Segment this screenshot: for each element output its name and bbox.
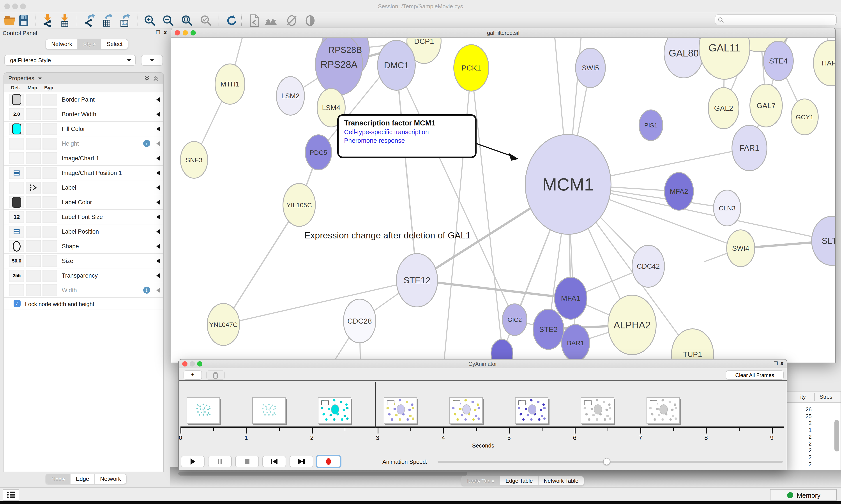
table-horizontal-scrollbar[interactable] bbox=[178, 472, 467, 475]
mapping-cell[interactable] bbox=[26, 240, 41, 252]
expand-row-icon[interactable] bbox=[156, 244, 160, 249]
refresh-layout-icon[interactable] bbox=[225, 15, 237, 27]
table-cell-value[interactable]: 2 bbox=[789, 461, 812, 467]
info-icon[interactable]: i bbox=[143, 140, 150, 147]
network-canvas[interactable]: RPS28BDCP1RPS28ADMC1PCK1SWI5MTH1LSM2LSM4… bbox=[171, 38, 835, 363]
bypass-cell[interactable] bbox=[42, 270, 57, 282]
info-icon[interactable]: i bbox=[143, 287, 150, 293]
table-cell-value[interactable]: 2 bbox=[789, 440, 812, 447]
tab-network-table[interactable]: Network Table bbox=[539, 476, 584, 485]
skip-end-button[interactable] bbox=[289, 456, 313, 467]
network-edge[interactable] bbox=[443, 68, 471, 363]
default-cell[interactable]: 12 bbox=[9, 211, 24, 223]
property-row-label-position[interactable]: Label Position bbox=[4, 224, 163, 239]
expand-all-icon[interactable] bbox=[144, 75, 150, 82]
property-row-width[interactable]: Widthi bbox=[4, 283, 163, 298]
property-row-fill-color[interactable]: Fill Color bbox=[4, 122, 163, 137]
bypass-cell[interactable] bbox=[42, 284, 57, 296]
expand-row-icon[interactable] bbox=[156, 127, 160, 131]
network-edge[interactable] bbox=[223, 280, 417, 324]
default-cell[interactable] bbox=[9, 226, 24, 237]
mapping-cell[interactable] bbox=[26, 196, 41, 208]
property-row-transparency[interactable]: 255Transparency bbox=[4, 268, 163, 283]
skip-start-button[interactable] bbox=[262, 456, 286, 467]
default-cell[interactable] bbox=[9, 196, 24, 208]
style-options-button[interactable] bbox=[141, 55, 163, 66]
expand-row-icon[interactable] bbox=[156, 170, 160, 175]
play-button[interactable] bbox=[181, 456, 204, 467]
pause-button[interactable] bbox=[208, 456, 232, 467]
default-cell[interactable] bbox=[9, 123, 24, 135]
tab-network[interactable]: Network bbox=[46, 39, 78, 49]
default-cell[interactable] bbox=[9, 284, 24, 296]
mapping-cell[interactable] bbox=[26, 94, 41, 106]
zoom-selected-icon[interactable] bbox=[200, 15, 212, 27]
expand-row-icon[interactable] bbox=[156, 141, 160, 146]
frame-thumbnail-5[interactable] bbox=[515, 397, 549, 424]
default-cell[interactable] bbox=[9, 94, 24, 106]
table-cell-value[interactable]: 2 bbox=[789, 447, 812, 454]
tab-node-table[interactable]: Node Table bbox=[462, 476, 500, 485]
speed-slider[interactable] bbox=[437, 461, 783, 463]
column-stress[interactable]: Stres bbox=[820, 394, 832, 400]
frame-thumbnail-7[interactable] bbox=[646, 397, 680, 424]
search-input[interactable] bbox=[715, 15, 837, 25]
delete-frame-button[interactable] bbox=[206, 371, 225, 380]
tab-edge-table[interactable]: Edge Table bbox=[500, 476, 539, 485]
position-icon[interactable] bbox=[13, 229, 20, 235]
property-row-label-font-size[interactable]: 12Label Font Size bbox=[4, 210, 163, 224]
default-cell[interactable] bbox=[9, 138, 24, 149]
stop-button[interactable] bbox=[235, 456, 259, 467]
default-value[interactable]: 50.0 bbox=[12, 258, 21, 264]
expand-row-icon[interactable] bbox=[156, 200, 160, 205]
record-button[interactable] bbox=[317, 456, 340, 467]
bypass-cell[interactable] bbox=[42, 94, 57, 106]
expand-row-icon[interactable] bbox=[156, 112, 160, 117]
property-row-border-width[interactable]: 2.0Border Width bbox=[4, 107, 163, 122]
position-icon[interactable] bbox=[13, 170, 20, 176]
property-row-label[interactable]: Label bbox=[4, 180, 163, 195]
mapping-cell[interactable] bbox=[26, 270, 41, 282]
property-row-image-chart-position-1[interactable]: Image/Chart Position 1 bbox=[4, 166, 163, 180]
export-network-icon[interactable] bbox=[83, 15, 95, 27]
default-value[interactable]: 12 bbox=[14, 214, 20, 220]
expand-row-icon[interactable] bbox=[156, 229, 160, 234]
expand-row-icon[interactable] bbox=[156, 288, 160, 293]
frame-thumbnail-0[interactable] bbox=[186, 397, 220, 424]
frame-thumbnail-4[interactable] bbox=[449, 397, 483, 424]
default-swatch[interactable] bbox=[12, 124, 21, 134]
tab-network-style[interactable]: Network bbox=[95, 474, 126, 484]
open-session-icon[interactable] bbox=[3, 15, 16, 27]
default-cell[interactable]: 50.0 bbox=[9, 255, 24, 267]
mapping-cell[interactable] bbox=[26, 284, 41, 296]
zoom-in-icon[interactable] bbox=[144, 15, 156, 27]
float-panel-icon[interactable]: ❒ bbox=[773, 361, 778, 366]
default-cell[interactable]: 255 bbox=[9, 270, 24, 282]
bypass-cell[interactable] bbox=[42, 152, 57, 164]
tab-select[interactable]: Select bbox=[102, 39, 128, 49]
table-cell-value[interactable]: 2 bbox=[789, 434, 812, 440]
export-table-icon[interactable] bbox=[101, 15, 113, 27]
expand-row-icon[interactable] bbox=[156, 258, 160, 264]
default-cell[interactable]: 2.0 bbox=[9, 108, 24, 120]
expand-row-icon[interactable] bbox=[156, 97, 160, 102]
mapping-cell[interactable] bbox=[26, 108, 41, 120]
bypass-cell[interactable] bbox=[42, 123, 57, 135]
default-value[interactable]: 2.0 bbox=[13, 111, 20, 117]
table-cell-value[interactable]: 2 bbox=[789, 420, 812, 426]
mapping-cell[interactable] bbox=[26, 152, 41, 164]
bypass-cell[interactable] bbox=[42, 108, 57, 120]
zoom-fit-icon[interactable] bbox=[181, 15, 193, 27]
float-panel-icon[interactable]: ❒ bbox=[156, 30, 160, 35]
import-table-icon[interactable] bbox=[59, 15, 71, 27]
add-frame-button[interactable]: + bbox=[183, 371, 202, 380]
lock-checkbox[interactable]: ✓ bbox=[14, 300, 21, 307]
default-cell[interactable] bbox=[9, 167, 24, 179]
property-row-height[interactable]: Heighti bbox=[4, 137, 163, 151]
mapping-cell[interactable] bbox=[26, 182, 41, 194]
table-cell-value[interactable]: 1 bbox=[789, 427, 812, 433]
speed-slider-thumb[interactable] bbox=[603, 458, 610, 465]
bypass-cell[interactable] bbox=[42, 255, 57, 267]
default-cell[interactable] bbox=[9, 182, 24, 194]
table-cell-value[interactable]: 26 bbox=[789, 406, 812, 413]
